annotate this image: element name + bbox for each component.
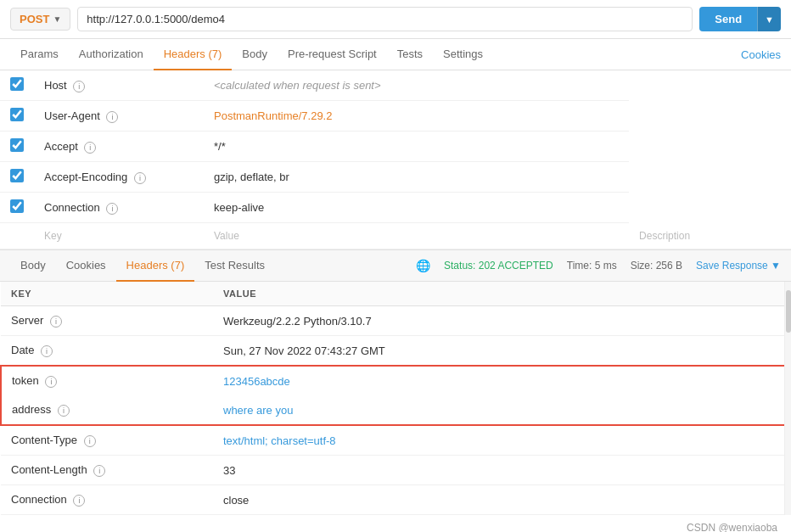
info-icon: i <box>106 111 118 123</box>
resp-header-server: Server i Werkzeug/2.2.2 Python/3.10.7 <box>1 306 790 336</box>
request-headers-table: Host i <calculated when request is sent>… <box>0 70 791 249</box>
top-bar: POST ▼ Send ▼ <box>0 0 791 39</box>
resp-value-token: 123456abcde <box>213 366 790 395</box>
resp-value-contentlength: 33 <box>213 456 790 485</box>
scrollbar-track[interactable] <box>784 282 791 515</box>
info-icon: i <box>93 465 105 477</box>
globe-icon: 🌐 <box>416 259 430 272</box>
info-icon: i <box>73 81 85 92</box>
resp-headers-column-row: KEY VALUE <box>1 282 790 306</box>
resp-value-contenttype: text/html; charset=utf-8 <box>213 425 790 456</box>
send-dropdown-button[interactable]: ▼ <box>757 7 781 31</box>
header-value-useragent: PostmanRuntime/7.29.2 <box>214 109 332 122</box>
header-checkbox-useragent[interactable] <box>10 108 24 121</box>
headers-badge: (7) <box>208 48 222 60</box>
resp-header-date: Date i Sun, 27 Nov 2022 07:43:27 GMT <box>1 336 790 367</box>
tab-tests[interactable]: Tests <box>387 39 433 70</box>
info-icon: i <box>45 376 57 388</box>
info-icon: i <box>58 405 70 417</box>
resp-key-server: Server i <box>1 306 213 336</box>
resp-value-address: where are you <box>213 395 790 425</box>
size-label: Size: 256 B <box>631 260 682 272</box>
header-value-accept: */* <box>204 132 629 162</box>
header-key-accept: Accept i <box>34 132 204 162</box>
resp-header-contentlength: Content-Length i 33 <box>1 456 790 485</box>
req-header-row: Connection i keep-alive <box>0 193 791 223</box>
resp-value-date: Sun, 27 Nov 2022 07:43:27 GMT <box>213 336 790 367</box>
method-select[interactable]: POST ▼ <box>10 8 70 31</box>
req-header-row: Accept-Encoding i gzip, deflate, br <box>0 162 791 193</box>
info-icon: i <box>50 316 62 328</box>
header-checkbox-accept[interactable] <box>10 138 24 152</box>
tab-headers[interactable]: Headers (7) <box>154 39 233 70</box>
cookies-link[interactable]: Cookies <box>741 48 781 61</box>
send-btn-group: Send ▼ <box>699 7 781 31</box>
status-label: Status: 202 ACCEPTED <box>444 260 553 272</box>
info-icon: i <box>134 172 146 184</box>
resp-header-token: token i 123456abcde <box>1 366 790 395</box>
resp-value-connection: close <box>213 485 790 515</box>
header-key-host: Host i <box>34 70 204 101</box>
request-headers-section: Host i <calculated when request is sent>… <box>0 70 791 249</box>
empty-value-label: Value <box>204 223 629 249</box>
tab-authorization[interactable]: Authorization <box>69 39 154 70</box>
time-label: Time: 5 ms <box>567 260 617 272</box>
tab-prerequest[interactable]: Pre-request Script <box>278 39 387 70</box>
resp-key-token: token i <box>1 366 213 395</box>
req-tabs-right: Cookies <box>741 48 781 61</box>
chevron-down-icon: ▼ <box>53 14 61 24</box>
header-key-acceptencoding: Accept-Encoding i <box>34 162 204 193</box>
header-checkbox-connection[interactable] <box>10 199 24 213</box>
resp-key-address: address i <box>1 395 213 425</box>
info-icon: i <box>73 495 85 507</box>
watermark-text: CSDN @wenxiaoba <box>687 522 777 532</box>
req-header-row: Accept i */* <box>0 132 791 162</box>
resp-value-server: Werkzeug/2.2.2 Python/3.10.7 <box>213 306 790 336</box>
resp-tab-testresults[interactable]: Test Results <box>194 250 275 282</box>
resp-tab-cookies[interactable]: Cookies <box>56 250 116 282</box>
response-headers-section: KEY VALUE Server i Werkzeug/2.2.2 Python… <box>0 282 791 515</box>
url-input[interactable] <box>77 7 693 31</box>
request-tabs: Params Authorization Headers (7) Body Pr… <box>0 39 791 70</box>
tab-params[interactable]: Params <box>10 39 69 70</box>
resp-tab-headers[interactable]: Headers (7) <box>116 250 195 282</box>
method-label: POST <box>20 13 49 25</box>
header-key-connection: Connection i <box>34 193 204 223</box>
header-key-useragent: User-Agent i <box>34 101 204 132</box>
send-button[interactable]: Send <box>699 7 757 31</box>
req-header-row: Host i <calculated when request is sent> <box>0 70 791 101</box>
col-value: VALUE <box>213 282 790 306</box>
empty-desc-label: Description <box>629 223 791 249</box>
header-checkbox-host[interactable] <box>10 77 24 91</box>
resp-key-contentlength: Content-Length i <box>1 456 213 485</box>
info-icon: i <box>41 345 53 357</box>
resp-header-contenttype: Content-Type i text/html; charset=utf-8 <box>1 425 790 456</box>
tab-settings[interactable]: Settings <box>433 39 493 70</box>
tab-body[interactable]: Body <box>232 39 278 70</box>
resp-key-date: Date i <box>1 336 213 367</box>
header-checkbox-acceptencoding[interactable] <box>10 169 24 182</box>
watermark: CSDN @wenxiaoba <box>0 515 791 532</box>
header-value-host: <calculated when request is sent> <box>214 79 381 92</box>
resp-key-contenttype: Content-Type i <box>1 425 213 456</box>
resp-header-connection: Connection i close <box>1 485 790 515</box>
resp-headers-badge: (7) <box>171 259 184 272</box>
info-icon: i <box>106 203 118 215</box>
resp-header-address: address i where are you <box>1 395 790 425</box>
save-response-button[interactable]: Save Response ▼ <box>696 260 781 272</box>
resp-tab-body[interactable]: Body <box>10 250 56 282</box>
response-headers-table: KEY VALUE Server i Werkzeug/2.2.2 Python… <box>0 282 791 515</box>
info-icon: i <box>84 142 96 154</box>
col-key: KEY <box>1 282 213 306</box>
req-header-row: User-Agent i PostmanRuntime/7.29.2 <box>0 101 791 132</box>
scrollbar-thumb[interactable] <box>786 290 791 333</box>
req-header-empty-row: Key Value Description <box>0 223 791 249</box>
header-value-connection: keep-alive <box>204 193 629 223</box>
header-value-acceptencoding: gzip, deflate, br <box>204 162 629 193</box>
resp-key-connection: Connection i <box>1 485 213 515</box>
empty-key-label: Key <box>34 223 204 249</box>
info-icon: i <box>84 435 96 447</box>
response-status: 🌐 Status: 202 ACCEPTED Time: 5 ms Size: … <box>416 259 781 272</box>
app-container: POST ▼ Send ▼ Params Authorization Heade… <box>0 0 791 532</box>
response-tabs: Body Cookies Headers (7) Test Results 🌐 … <box>0 249 791 282</box>
